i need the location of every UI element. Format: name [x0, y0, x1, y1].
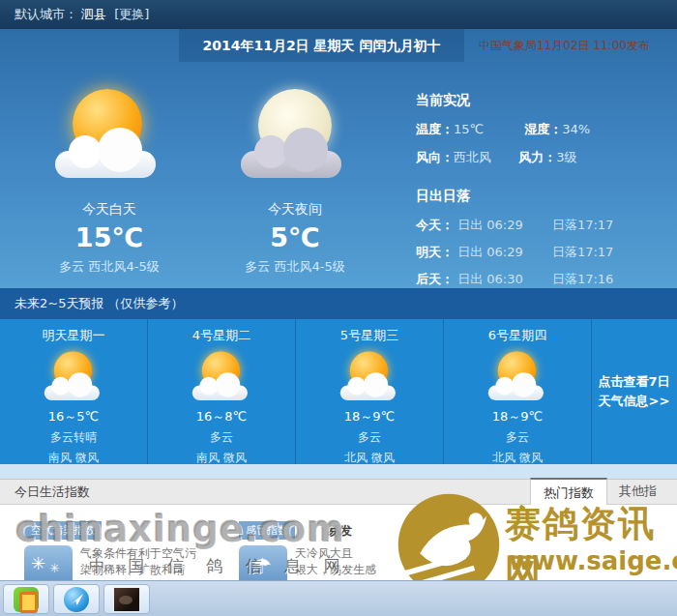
forecast-day-name: 6号星期四	[444, 327, 591, 344]
life-index-header: 今日生活指数 热门指数 其他指数	[0, 479, 677, 505]
sun-cloud-icon	[329, 350, 410, 386]
wind-dir-value: 西北风	[454, 150, 491, 164]
view-7day-link[interactable]: 点击查看7日 天气信息>>	[592, 319, 676, 464]
forecast-day-temp: 18～9℃	[444, 408, 591, 425]
desc-line: 染物稀释、扩散和清	[80, 562, 196, 578]
index-item-cold-flu: 感冒指数 易发 天冷风大且 很大，易发生感	[239, 520, 558, 588]
today-night-title: 今天夜间	[203, 201, 387, 219]
sun-cloud-icon	[51, 85, 167, 193]
sunrise-row-today: 今天： 日出 06:29 日落17:17	[416, 217, 669, 234]
desc-line: 很大，易发生感	[295, 562, 376, 578]
today-day-title: 今天白天	[17, 201, 201, 219]
current-row-2: 风向：西北风 风力：3级	[416, 149, 669, 166]
forecast-columns: 明天星期一 16～5℃ 多云转晴 南风 微风 4号星期二 16～8℃ 多云 南风…	[0, 319, 677, 464]
cold-flu-badge: 感冒指数	[239, 521, 295, 540]
taskbar-image-viewer-button[interactable]	[103, 584, 150, 614]
sunrise-row-dayafter: 后天： 日出 06:30 日落17:16	[416, 271, 669, 288]
forecast-day-temp: 18～9℃	[296, 408, 443, 425]
forecast-day-name: 5号星期三	[296, 327, 443, 344]
tab-other-index[interactable]: 其他指数	[606, 478, 677, 505]
current-conditions-panel: 当前实况 温度：15℃ 湿度：34% 风向：西北风 风力：3级 日出日落 今天：…	[416, 92, 669, 298]
temp-label: 温度：	[416, 122, 454, 136]
sun-cloud-icon	[477, 350, 558, 386]
cold-flu-level: 易发	[327, 522, 352, 540]
photo-thumbnail-icon	[113, 587, 140, 612]
today-night-block: 今天夜间 5℃ 多云 西北风4-5级	[203, 87, 387, 276]
sunrise-sunset-panel: 日出日落 今天： 日出 06:29 日落17:17 明天： 日出 06:29 日…	[416, 188, 669, 288]
default-city-bar: 默认城市：泗县 [更换]	[0, 0, 677, 29]
sun-cloud-icon	[181, 350, 262, 386]
view-7day-link-line1: 点击查看7日	[598, 372, 669, 392]
taskbar-app-1-button[interactable]	[3, 584, 49, 614]
moon-cloud-icon	[237, 85, 353, 193]
divider-strip	[0, 464, 677, 479]
view-7day-link-line2: 天气信息>>	[599, 392, 670, 411]
forecast-day-3: 5号星期三 18～9℃ 多云 北风 微风	[296, 319, 444, 464]
forecast-day-1: 明天星期一 16～5℃ 多云转晴 南风 微风	[0, 319, 148, 464]
forecast-day-condition: 多云	[444, 429, 591, 446]
life-index-title: 今日生活指数	[15, 480, 90, 505]
humidity-value: 34%	[562, 122, 590, 136]
wind-power-label: 风力：	[518, 150, 556, 164]
forecast-day-temp: 16～8℃	[148, 408, 295, 425]
tab-hot-index[interactable]: 热门指数	[530, 478, 607, 505]
sunset-value: 日落17:17	[552, 218, 613, 232]
today-day-condition: 多云 西北风4-5级	[17, 258, 201, 276]
today-night-temp: 5℃	[203, 222, 387, 252]
blue-browser-icon	[64, 587, 89, 612]
forecast-day-name: 明天星期一	[0, 327, 147, 344]
sunrise-value: 日出 06:29	[457, 218, 523, 232]
forecast-day-condition: 多云转晴	[0, 429, 147, 446]
air-pollution-badge: 空气污染指数	[24, 521, 102, 540]
forecast-day-condition: 多云	[296, 429, 443, 446]
sun-day-label: 明天：	[416, 245, 454, 259]
city-name: 泗县	[81, 7, 106, 21]
current-row-1: 温度：15℃ 湿度：34%	[416, 121, 669, 138]
sun-cloud-icon	[33, 350, 114, 386]
index-item-air-pollution: 空气污染指数 气象条件有利于空气污 染物稀释、扩散和清	[24, 520, 266, 588]
today-day-block: 今天白天 15℃ 多云 西北风4-5级	[17, 87, 201, 276]
sunrise-value: 日出 06:30	[457, 272, 523, 286]
forecast-day-2: 4号星期二 16～8℃ 多云 南风 微风	[148, 319, 296, 464]
sun-day-label: 今天：	[416, 218, 454, 232]
date-lunar-text: 2014年11月2日 星期天 闰闰九月初十	[179, 29, 464, 62]
today-night-condition: 多云 西北风4-5级	[203, 258, 387, 276]
wind-dir-label: 风向：	[416, 150, 454, 164]
change-city-link[interactable]: [更换]	[114, 7, 149, 21]
forecast-day-name: 4号星期二	[148, 327, 295, 344]
forecast-day-condition: 多云	[148, 429, 295, 446]
forecast-section-title: 未来2~5天预报 （仅供参考）	[0, 288, 677, 319]
publish-time-text: 中国气象局11月02日 11:00发布	[479, 29, 650, 62]
current-conditions-title: 当前实况	[416, 92, 669, 109]
sun-day-label: 后天：	[416, 272, 454, 286]
life-index-content: 空气污染指数 气象条件有利于空气污 染物稀释、扩散和清 感冒指数 易发 天冷风大…	[0, 505, 677, 582]
temp-value: 15℃	[454, 122, 484, 136]
taskbar	[0, 580, 677, 616]
sunset-value: 日落17:17	[552, 245, 613, 259]
today-day-temp: 15℃	[17, 222, 201, 252]
desc-line: 气象条件有利于空气污	[80, 545, 196, 562]
weather-page: 默认城市：泗县 [更换] 2014年11月2日 星期天 闰闰九月初十 中国气象局…	[0, 0, 677, 616]
sunrise-sunset-title: 日出日落	[416, 188, 669, 205]
sunrise-row-tomorrow: 明天： 日出 06:29 日落17:17	[416, 244, 669, 261]
desc-line: 天冷风大且	[295, 545, 376, 562]
forecast-day-4: 6号星期四 18～9℃ 多云 北风 微风	[444, 319, 592, 464]
green-app-icon	[14, 587, 39, 612]
sunset-value: 日落17:16	[552, 272, 613, 286]
default-city-label: 默认城市：	[15, 7, 77, 21]
wind-power-value: 3级	[556, 150, 576, 164]
taskbar-browser-button[interactable]	[53, 584, 100, 614]
forecast-day-temp: 16～5℃	[0, 408, 147, 425]
current-weather-panel: 2014年11月2日 星期天 闰闰九月初十 中国气象局11月02日 11:00发…	[0, 29, 677, 288]
sunrise-value: 日出 06:29	[457, 245, 523, 259]
humidity-label: 湿度：	[524, 122, 562, 136]
